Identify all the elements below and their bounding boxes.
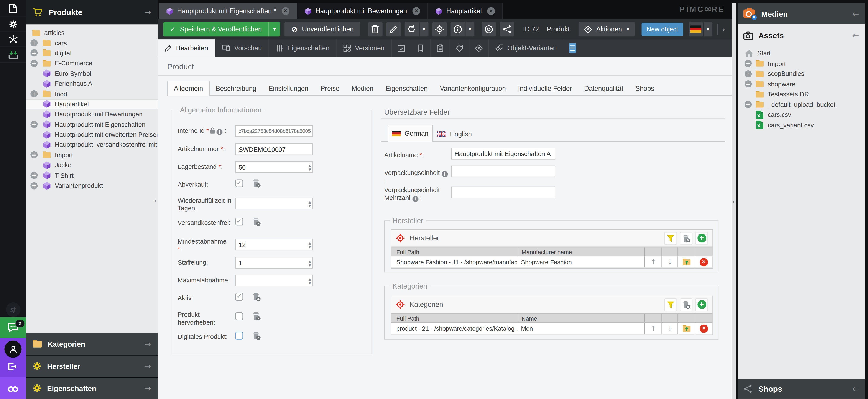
move-down-icon[interactable]: ↓ xyxy=(662,256,678,268)
tree-item-hauptprodukt-versandkostenfrei[interactable]: Hauptprodukt, versandkostenfrei mit xyxy=(26,140,158,150)
save-dropdown-caret[interactable]: ▼ xyxy=(269,22,280,36)
verpackungseinheit-mehrzahl-input[interactable] xyxy=(451,187,555,198)
tree-item-cars[interactable]: cars xyxy=(26,38,158,48)
remove-icon[interactable] xyxy=(695,256,712,268)
tree-item-hauptprodukt-erweiterten-preisen[interactable]: Hauptprodukt mit erweiterten Preisen xyxy=(26,130,158,140)
language-dropdown-caret[interactable]: ▼ xyxy=(704,22,712,36)
assets-header[interactable]: Assets ← xyxy=(738,27,865,44)
tree-item-tshirt[interactable]: T-Shirt xyxy=(26,170,158,180)
clear-trash-icon[interactable] xyxy=(252,331,261,340)
products-panel-header[interactable]: Produkte → xyxy=(26,0,158,24)
asset-item-cars-variant-csv[interactable]: cars_variant.csv xyxy=(738,120,865,130)
versandkostenfrei-checkbox[interactable] xyxy=(235,218,243,225)
tab-shops[interactable]: Shops xyxy=(629,81,660,95)
close-icon[interactable] xyxy=(487,7,495,15)
expand-icon[interactable] xyxy=(745,70,752,77)
expand-icon[interactable] xyxy=(30,172,37,179)
move-up-icon[interactable]: ↑ xyxy=(645,256,662,268)
shops-panel-header[interactable]: Shops ← xyxy=(738,378,865,399)
tab-variantenkonfiguration[interactable]: Variantenkonfiguration xyxy=(434,81,512,95)
tab-einstellungen[interactable]: Einstellungen xyxy=(262,81,314,95)
chat-icon[interactable]: 2 xyxy=(0,317,26,338)
wiederauffuellzeit-input[interactable] xyxy=(235,198,313,210)
lagerbestand-input[interactable] xyxy=(235,161,313,173)
clear-all-button[interactable] xyxy=(680,298,693,311)
verpackungseinheit-input[interactable] xyxy=(451,166,555,177)
artikelnummer-input[interactable] xyxy=(235,144,313,155)
tree-item-ecommerce[interactable]: E-Commerce xyxy=(26,58,158,68)
move-up-icon[interactable]: ↑ xyxy=(645,323,662,334)
open-folder-icon[interactable] xyxy=(678,323,695,334)
notes-icon[interactable] xyxy=(569,43,576,53)
delete-button[interactable] xyxy=(368,22,382,36)
reload-dropdown-caret[interactable]: ▼ xyxy=(420,22,428,36)
tab-preise[interactable]: Preise xyxy=(314,81,345,95)
locate-in-tree-button[interactable] xyxy=(432,22,446,36)
remove-icon[interactable] xyxy=(695,323,712,334)
splitter-collapse-icon[interactable]: ‹ xyxy=(154,197,157,205)
expand-icon[interactable] xyxy=(30,151,37,158)
new-object-button[interactable]: New object xyxy=(642,22,683,36)
toolbar-overflow-icon[interactable]: › xyxy=(722,24,725,34)
network-icon[interactable] xyxy=(0,32,26,47)
collapse-arrow-icon[interactable]: ← xyxy=(852,9,859,19)
window-tab-hauptartikel[interactable]: Hauptartikel xyxy=(428,3,503,19)
column-name[interactable]: Name xyxy=(518,314,645,322)
tree-item-euro-symbol[interactable]: Euro Symbol xyxy=(26,68,158,79)
symfony-icon[interactable]: sf xyxy=(0,301,26,317)
tab-eigenschaften[interactable]: Eigenschaften xyxy=(269,39,337,57)
expand-arrow-icon[interactable]: → xyxy=(144,361,151,371)
asset-item-start[interactable]: Start xyxy=(738,48,865,58)
tab-objekt-varianten[interactable]: Objekt-Varianten xyxy=(489,39,564,57)
info-dropdown-caret[interactable]: ▼ xyxy=(465,22,474,36)
expand-icon[interactable] xyxy=(30,182,37,189)
column-full-path[interactable]: Full Path xyxy=(392,248,518,255)
save-publish-button[interactable]: ✓Speichern & Veröffentlichen ▼ xyxy=(163,22,280,36)
number-spinner[interactable] xyxy=(309,198,311,210)
tree-item-hauptartikel[interactable]: Hauptartikel xyxy=(26,99,158,109)
number-spinner[interactable] xyxy=(309,257,311,269)
expand-icon[interactable] xyxy=(30,90,37,97)
move-down-icon[interactable]: ↓ xyxy=(662,323,678,334)
pimcore-logo-icon[interactable]: ∞ xyxy=(0,377,26,399)
expand-icon[interactable] xyxy=(30,50,37,57)
gear-icon[interactable] xyxy=(0,17,26,32)
tab-allgemein[interactable]: Allgemein xyxy=(167,81,210,96)
tab-reports[interactable] xyxy=(430,39,450,57)
clear-all-button[interactable] xyxy=(680,232,693,245)
asset-item-testassets-dr[interactable]: Testassets DR xyxy=(738,89,865,99)
staffelung-input[interactable] xyxy=(235,257,313,269)
expand-icon[interactable] xyxy=(745,101,752,108)
lang-tab-german[interactable]: German xyxy=(388,125,433,142)
actions-button[interactable]: Aktionen ▼ xyxy=(579,22,635,36)
clear-trash-icon[interactable] xyxy=(252,217,261,226)
panel-splitter[interactable] xyxy=(732,3,736,399)
logout-icon[interactable] xyxy=(8,362,17,371)
tab-datenqualitaet[interactable]: Datenqualität xyxy=(578,81,629,95)
window-tab-hauptprodukt-bewertungen[interactable]: Hauptprodukt mit Bewertungen xyxy=(297,3,428,19)
add-button[interactable] xyxy=(695,298,708,311)
expand-icon[interactable] xyxy=(745,81,752,88)
tab-eigenschaften-produkt[interactable]: Eigenschaften xyxy=(379,81,434,95)
panel-kategorien[interactable]: Kategorien → xyxy=(26,333,158,355)
reload-button[interactable] xyxy=(404,22,419,36)
collapse-arrow-icon[interactable]: → xyxy=(144,7,151,17)
asset-item-scopbundles[interactable]: scopBundles xyxy=(738,69,865,79)
unpublish-button[interactable]: ⊘Unveröffentlichen xyxy=(284,22,360,36)
produkt-hervorheben-checkbox[interactable] xyxy=(235,312,243,320)
import-icon[interactable] xyxy=(0,47,26,63)
tab-tags[interactable] xyxy=(450,39,469,57)
maximalabnahme-input[interactable] xyxy=(235,275,313,286)
close-icon[interactable] xyxy=(412,7,420,15)
tree-item-jacke[interactable]: Jacke xyxy=(26,160,158,170)
tree-item-variantenprodukt[interactable]: Variantenprodukt xyxy=(26,180,158,191)
expand-arrow-icon[interactable]: → xyxy=(144,339,151,349)
digitales-produkt-checkbox[interactable] xyxy=(235,332,243,339)
asset-item-shopware[interactable]: shopware xyxy=(738,79,865,89)
mindestabnahme-input[interactable] xyxy=(235,239,313,250)
abverkauf-checkbox[interactable] xyxy=(235,180,243,187)
filter-button[interactable] xyxy=(664,232,677,245)
tree-item-food[interactable]: food xyxy=(26,89,158,99)
rename-button[interactable] xyxy=(386,22,401,36)
asset-item-import[interactable]: Import xyxy=(738,58,865,69)
